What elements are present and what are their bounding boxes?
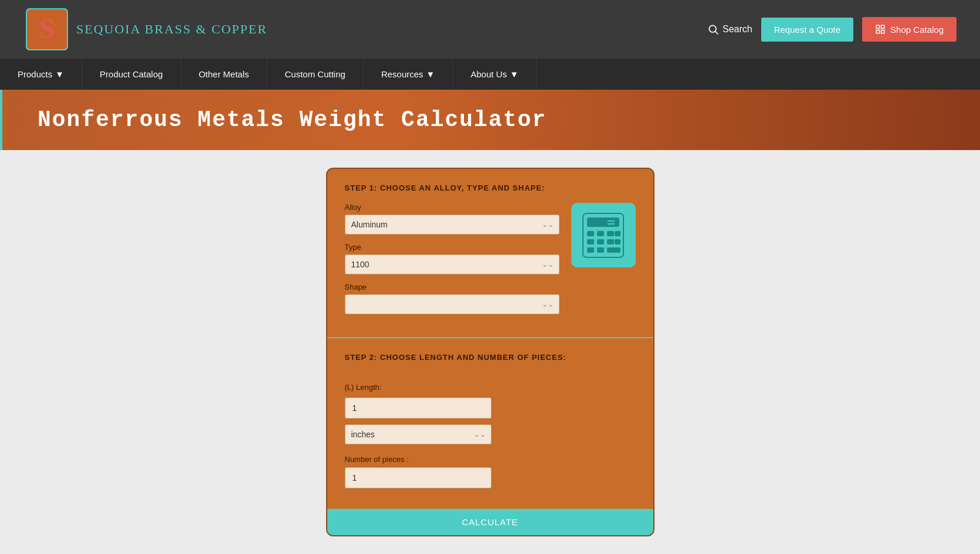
pieces-input[interactable] (345, 467, 491, 488)
shape-select[interactable]: Bar Plate Sheet Tube Rod (345, 294, 559, 314)
chevron-down-icon: ▼ (426, 69, 435, 79)
chevron-down-icon: ▼ (510, 69, 518, 79)
svg-rect-17 (587, 239, 594, 244)
logo-svg: S (23, 6, 70, 53)
shape-label: Shape (345, 283, 559, 291)
nav-item-product-catalog[interactable]: Product Catalog (82, 59, 181, 90)
svg-rect-20 (615, 239, 620, 244)
nav-item-products[interactable]: Products ▼ (0, 59, 82, 90)
svg-rect-23 (607, 247, 620, 253)
length-input[interactable] (345, 397, 491, 419)
svg-rect-5 (876, 25, 879, 28)
alloy-label: Alloy (345, 203, 559, 212)
length-label: (L) Length: (345, 383, 636, 392)
shop-catalog-button[interactable]: Shop Catalog (862, 17, 957, 42)
logo: S SEQUOIA BRASS & COPPER (23, 6, 267, 53)
nav-item-other-metals[interactable]: Other Metals (181, 59, 267, 90)
nav-item-custom-cutting[interactable]: Custom Cutting (267, 59, 364, 90)
svg-rect-8 (881, 30, 884, 33)
header-right: Search Request a Quote Shop Catalog (707, 17, 957, 42)
hero-banner: Nonferrous Metals Weight Calculator (0, 90, 980, 150)
shape-select-wrapper: Bar Plate Sheet Tube Rod ⌄⌄ (345, 294, 559, 314)
search-icon (707, 23, 719, 35)
page-title: Nonferrous Metals Weight Calculator (38, 107, 547, 132)
calculate-button[interactable]: CALCULATE (327, 509, 653, 535)
step1-section: STEP 1: CHOOSE AN ALLOY, TYPE AND SHAPE:… (327, 169, 653, 337)
alloy-select-wrapper: Aluminum Brass Bronze Copper Stainless S… (345, 215, 559, 234)
step2-title: STEP 2: CHOOSE LENGTH AND NUMBER OF PIEC… (345, 353, 636, 362)
svg-rect-21 (587, 247, 594, 253)
step2-section: STEP 2: CHOOSE LENGTH AND NUMBER OF PIEC… (327, 337, 653, 509)
logo-c: C (212, 22, 222, 36)
svg-rect-16 (615, 231, 620, 236)
svg-rect-10 (587, 217, 619, 227)
calculator-svg (578, 210, 628, 260)
logo-text: SEQUOIA BRASS & COPPER (76, 22, 267, 37)
svg-rect-14 (597, 231, 604, 236)
header: S SEQUOIA BRASS & COPPER Search Request … (0, 0, 980, 59)
svg-text:S: S (39, 13, 55, 44)
nav-item-about-us[interactable]: About Us ▼ (453, 59, 537, 90)
calculator-card: STEP 1: CHOOSE AN ALLOY, TYPE AND SHAPE:… (326, 168, 655, 536)
chevron-down-icon: ▼ (55, 69, 64, 79)
step1-inner: Alloy Aluminum Brass Bronze Copper Stain… (345, 203, 636, 322)
alloy-select[interactable]: Aluminum Brass Bronze Copper Stainless S… (345, 215, 559, 234)
type-select-wrapper: 1100 2011 2024 3003 5052 6061 7075 ⌄⌄ (345, 254, 559, 274)
svg-line-4 (715, 32, 718, 35)
unit-select-wrapper: inches feet mm cm meters ⌄⌄ (345, 424, 491, 444)
calculator-icon-decoration (571, 203, 636, 267)
svg-rect-15 (607, 231, 614, 236)
main-content: STEP 1: CHOOSE AN ALLOY, TYPE AND SHAPE:… (0, 150, 980, 554)
svg-rect-13 (587, 231, 594, 236)
svg-rect-22 (597, 247, 604, 253)
pieces-label: Number of pieces : (345, 455, 636, 464)
logo-s: S (76, 22, 84, 36)
svg-point-3 (709, 25, 716, 32)
step1-fields: Alloy Aluminum Brass Bronze Copper Stain… (345, 203, 559, 322)
type-label: Type (345, 243, 559, 251)
logo-box: S (23, 6, 70, 53)
unit-select[interactable]: inches feet mm cm meters (345, 424, 491, 444)
type-select[interactable]: 1100 2011 2024 3003 5052 6061 7075 (345, 254, 559, 274)
svg-rect-18 (597, 239, 604, 244)
svg-rect-7 (876, 30, 879, 33)
search-button[interactable]: Search (707, 23, 752, 35)
svg-rect-6 (881, 25, 884, 28)
catalog-icon (875, 24, 886, 35)
main-navigation: Products ▼ Product Catalog Other Metals … (0, 59, 980, 90)
request-quote-button[interactable]: Request a Quote (761, 18, 853, 42)
svg-rect-19 (607, 239, 614, 244)
step1-title: STEP 1: CHOOSE AN ALLOY, TYPE AND SHAPE: (345, 183, 636, 192)
logo-b: B (145, 22, 155, 36)
nav-item-resources[interactable]: Resources ▼ (364, 59, 453, 90)
